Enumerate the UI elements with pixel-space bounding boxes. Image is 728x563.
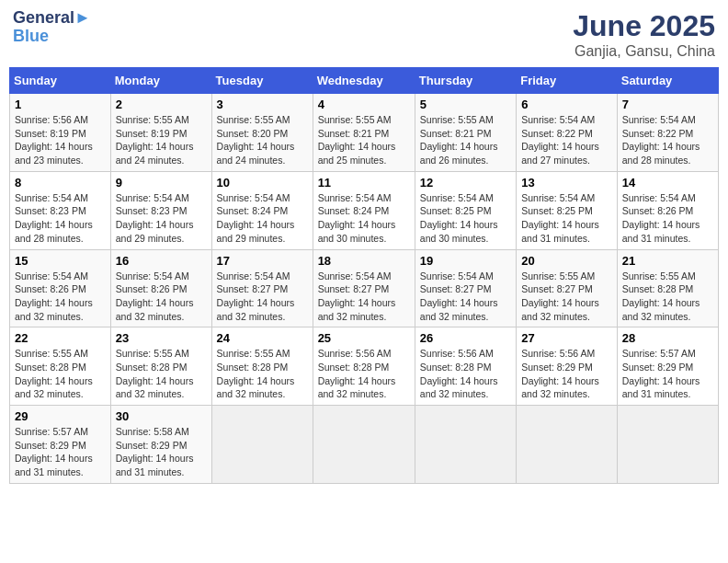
day-info: Sunrise: 5:54 AM Sunset: 8:27 PM Dayligh…: [217, 270, 308, 324]
calendar-day-cell: 11Sunrise: 5:54 AM Sunset: 8:24 PM Dayli…: [313, 171, 415, 249]
day-number: 9: [116, 176, 207, 190]
day-info: Sunrise: 5:57 AM Sunset: 8:29 PM Dayligh…: [622, 347, 713, 401]
calendar-day-cell: 24Sunrise: 5:55 AM Sunset: 8:28 PM Dayli…: [211, 327, 313, 406]
weekday-header: Monday: [110, 68, 211, 94]
day-info: Sunrise: 5:57 AM Sunset: 8:29 PM Dayligh…: [15, 425, 106, 479]
day-number: 2: [116, 98, 207, 111]
calendar-day-cell: 13Sunrise: 5:54 AM Sunset: 8:25 PM Dayli…: [517, 171, 618, 249]
day-info: Sunrise: 5:54 AM Sunset: 8:24 PM Dayligh…: [217, 191, 308, 246]
calendar-day-cell: 26Sunrise: 5:56 AM Sunset: 8:28 PM Dayli…: [415, 327, 516, 406]
calendar-day-cell: 16Sunrise: 5:54 AM Sunset: 8:26 PM Dayli…: [110, 249, 211, 327]
calendar-day-cell: [415, 406, 516, 484]
day-info: Sunrise: 5:56 AM Sunset: 8:28 PM Dayligh…: [318, 347, 410, 401]
day-number: 6: [521, 98, 612, 111]
day-info: Sunrise: 5:54 AM Sunset: 8:26 PM Dayligh…: [15, 270, 106, 324]
day-number: 1: [15, 98, 106, 111]
calendar-week-row: 29Sunrise: 5:57 AM Sunset: 8:29 PM Dayli…: [10, 406, 719, 484]
calendar-day-cell: 15Sunrise: 5:54 AM Sunset: 8:26 PM Dayli…: [10, 249, 111, 327]
day-number: 27: [521, 331, 612, 345]
calendar-day-cell: 2Sunrise: 5:55 AM Sunset: 8:19 PM Daylig…: [110, 94, 211, 172]
day-info: Sunrise: 5:54 AM Sunset: 8:23 PM Dayligh…: [15, 191, 106, 246]
day-number: 20: [521, 254, 612, 268]
day-number: 15: [15, 254, 106, 268]
day-number: 12: [420, 176, 511, 190]
day-info: Sunrise: 5:55 AM Sunset: 8:28 PM Dayligh…: [15, 347, 106, 401]
day-info: Sunrise: 5:54 AM Sunset: 8:26 PM Dayligh…: [116, 270, 207, 324]
calendar-week-row: 15Sunrise: 5:54 AM Sunset: 8:26 PM Dayli…: [10, 249, 719, 327]
calendar-day-cell: 19Sunrise: 5:54 AM Sunset: 8:27 PM Dayli…: [415, 249, 516, 327]
page-title: June 2025: [573, 9, 715, 43]
calendar-table: SundayMondayTuesdayWednesdayThursdayFrid…: [9, 67, 719, 484]
calendar-day-cell: [617, 406, 718, 484]
calendar-day-cell: [211, 406, 313, 484]
calendar-day-cell: 12Sunrise: 5:54 AM Sunset: 8:25 PM Dayli…: [415, 171, 516, 249]
calendar-day-cell: 25Sunrise: 5:56 AM Sunset: 8:28 PM Dayli…: [313, 327, 415, 406]
day-info: Sunrise: 5:56 AM Sunset: 8:29 PM Dayligh…: [521, 347, 612, 401]
day-info: Sunrise: 5:54 AM Sunset: 8:22 PM Dayligh…: [521, 113, 612, 167]
day-info: Sunrise: 5:54 AM Sunset: 8:22 PM Dayligh…: [622, 113, 713, 167]
day-number: 13: [521, 176, 612, 190]
day-number: 16: [116, 254, 207, 268]
day-number: 24: [217, 331, 308, 345]
calendar-day-cell: 4Sunrise: 5:55 AM Sunset: 8:21 PM Daylig…: [313, 94, 415, 172]
day-number: 8: [15, 176, 106, 190]
calendar-week-row: 22Sunrise: 5:55 AM Sunset: 8:28 PM Dayli…: [10, 327, 719, 406]
day-info: Sunrise: 5:54 AM Sunset: 8:25 PM Dayligh…: [521, 191, 612, 246]
day-number: 5: [420, 98, 511, 111]
calendar-day-cell: [517, 406, 618, 484]
calendar-day-cell: 21Sunrise: 5:55 AM Sunset: 8:28 PM Dayli…: [617, 249, 718, 327]
day-number: 3: [217, 98, 308, 111]
day-number: 23: [116, 331, 207, 345]
day-number: 11: [318, 176, 410, 190]
day-info: Sunrise: 5:54 AM Sunset: 8:24 PM Dayligh…: [318, 191, 410, 246]
calendar-day-cell: 1Sunrise: 5:56 AM Sunset: 8:19 PM Daylig…: [10, 94, 111, 172]
day-info: Sunrise: 5:55 AM Sunset: 8:28 PM Dayligh…: [622, 270, 713, 324]
day-number: 4: [318, 98, 410, 111]
day-number: 29: [15, 409, 106, 423]
calendar-day-cell: 28Sunrise: 5:57 AM Sunset: 8:29 PM Dayli…: [617, 327, 718, 406]
day-info: Sunrise: 5:55 AM Sunset: 8:27 PM Dayligh…: [521, 270, 612, 324]
day-number: 22: [15, 331, 106, 345]
calendar-day-cell: 8Sunrise: 5:54 AM Sunset: 8:23 PM Daylig…: [10, 171, 111, 249]
day-number: 14: [622, 176, 713, 190]
day-number: 18: [318, 254, 410, 268]
title-block: June 2025 Ganjia, Gansu, China: [573, 9, 715, 60]
day-info: Sunrise: 5:58 AM Sunset: 8:29 PM Dayligh…: [116, 425, 207, 479]
day-info: Sunrise: 5:56 AM Sunset: 8:19 PM Dayligh…: [15, 113, 106, 167]
day-number: 26: [420, 331, 511, 345]
calendar-day-cell: 6Sunrise: 5:54 AM Sunset: 8:22 PM Daylig…: [517, 94, 618, 172]
day-number: 30: [116, 409, 207, 423]
day-info: Sunrise: 5:55 AM Sunset: 8:19 PM Dayligh…: [116, 113, 207, 167]
calendar-day-cell: 14Sunrise: 5:54 AM Sunset: 8:26 PM Dayli…: [617, 171, 718, 249]
day-info: Sunrise: 5:55 AM Sunset: 8:20 PM Dayligh…: [217, 113, 308, 167]
day-info: Sunrise: 5:55 AM Sunset: 8:28 PM Dayligh…: [116, 347, 207, 401]
calendar-day-cell: 27Sunrise: 5:56 AM Sunset: 8:29 PM Dayli…: [517, 327, 618, 406]
page-subtitle: Ganjia, Gansu, China: [573, 43, 715, 60]
weekday-header: Thursday: [415, 68, 516, 94]
day-info: Sunrise: 5:54 AM Sunset: 8:27 PM Dayligh…: [420, 270, 511, 324]
calendar-day-cell: 9Sunrise: 5:54 AM Sunset: 8:23 PM Daylig…: [110, 171, 211, 249]
day-number: 7: [622, 98, 713, 111]
calendar-day-cell: 17Sunrise: 5:54 AM Sunset: 8:27 PM Dayli…: [211, 249, 313, 327]
day-number: 19: [420, 254, 511, 268]
day-number: 10: [217, 176, 308, 190]
day-number: 21: [622, 254, 713, 268]
weekday-header: Friday: [517, 68, 618, 94]
calendar-day-cell: 22Sunrise: 5:55 AM Sunset: 8:28 PM Dayli…: [10, 327, 111, 406]
weekday-header: Tuesday: [211, 68, 313, 94]
calendar-day-cell: 20Sunrise: 5:55 AM Sunset: 8:27 PM Dayli…: [517, 249, 618, 327]
day-number: 17: [217, 254, 308, 268]
calendar-day-cell: 5Sunrise: 5:55 AM Sunset: 8:21 PM Daylig…: [415, 94, 516, 172]
weekday-header: Sunday: [10, 68, 111, 94]
calendar-day-cell: 30Sunrise: 5:58 AM Sunset: 8:29 PM Dayli…: [110, 406, 211, 484]
day-info: Sunrise: 5:55 AM Sunset: 8:21 PM Dayligh…: [420, 113, 511, 167]
logo: General► Blue: [13, 9, 91, 46]
weekday-header: Saturday: [617, 68, 718, 94]
day-info: Sunrise: 5:54 AM Sunset: 8:26 PM Dayligh…: [622, 191, 713, 246]
day-number: 28: [622, 331, 713, 345]
calendar-day-cell: 23Sunrise: 5:55 AM Sunset: 8:28 PM Dayli…: [110, 327, 211, 406]
calendar-week-row: 8Sunrise: 5:54 AM Sunset: 8:23 PM Daylig…: [10, 171, 719, 249]
calendar-day-cell: 3Sunrise: 5:55 AM Sunset: 8:20 PM Daylig…: [211, 94, 313, 172]
day-info: Sunrise: 5:55 AM Sunset: 8:28 PM Dayligh…: [217, 347, 308, 401]
weekday-header: Wednesday: [313, 68, 415, 94]
